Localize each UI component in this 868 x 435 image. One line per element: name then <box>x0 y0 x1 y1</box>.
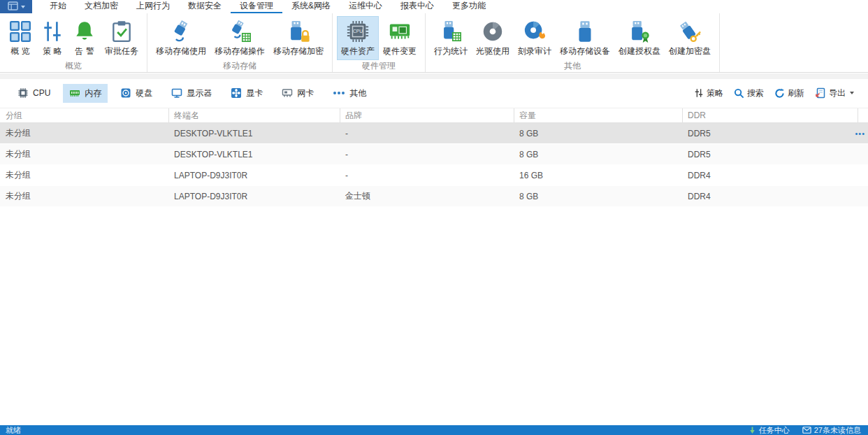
filter-other[interactable]: 其他 <box>326 84 372 103</box>
row-menu-icon[interactable]: ••• <box>855 129 865 138</box>
filter-monitor[interactable]: 显示器 <box>165 84 218 103</box>
ribbon-group-overview: 概 览 策 略 告 警 审批任务 概览 <box>0 13 147 72</box>
ribbon-item-alert[interactable]: 告 警 <box>68 16 101 60</box>
usb-stick-icon <box>573 20 597 43</box>
status-bar: 就绪 任务中心 27条未读信息 <box>0 425 868 435</box>
ellipsis-icon <box>333 91 345 95</box>
column-header-capacity[interactable]: 容量 <box>514 108 683 122</box>
ribbon-item-hardware-change[interactable]: 硬件变更 <box>379 16 421 60</box>
refresh-button[interactable]: 刷新 <box>774 87 804 99</box>
ribbon-item-storage-devices[interactable]: 移动存储设备 <box>556 16 614 60</box>
dropdown-caret-icon <box>21 6 25 8</box>
refresh-icon <box>774 88 785 99</box>
filter-nic[interactable]: 网卡 <box>275 84 320 103</box>
circuit-board-icon <box>388 20 412 43</box>
cd-flame-icon <box>523 20 547 43</box>
download-arrow-icon <box>748 427 756 434</box>
ribbon-tabs: 开始 文档加密 上网行为 数据安全 设备管理 系统&网络 运维中心 报表中心 更… <box>41 0 495 13</box>
column-header-terminal[interactable]: 终端名 <box>169 108 340 122</box>
monitor-icon <box>171 87 182 99</box>
usb-key-icon <box>678 20 702 43</box>
column-header-actions <box>858 108 868 122</box>
cpu-chip-icon: CPU <box>346 20 370 43</box>
message-icon <box>802 427 811 434</box>
usb-plug-icon <box>169 20 193 43</box>
column-header-ddr[interactable]: DDR <box>683 108 858 122</box>
memory-icon <box>69 87 80 99</box>
network-card-icon <box>282 87 293 99</box>
ribbon-group-other: 行为统计 光驱使用 刻录审计 移动存储设备 <box>426 13 720 72</box>
table-row[interactable]: 未分组 DESKTOP-VLKTLE1 - 8 GB DDR5 ••• <box>0 123 868 144</box>
app-menu-button[interactable] <box>0 0 32 13</box>
ribbon-group-hardware: CPU 硬件资产 硬件变更 硬件管理 <box>333 13 426 72</box>
usb-plug-table-icon <box>228 20 252 43</box>
ribbon-item-storage-operation[interactable]: 移动存储操作 <box>210 16 269 60</box>
tab-document-encryption[interactable]: 文档加密 <box>75 0 127 13</box>
cpu-icon <box>17 87 29 99</box>
tab-bar: 开始 文档加密 上网行为 数据安全 设备管理 系统&网络 运维中心 报表中心 更… <box>0 0 868 13</box>
ribbon: 概 览 策 略 告 警 审批任务 概览 <box>0 13 868 73</box>
ribbon-item-behavior-stats[interactable]: 行为统计 <box>430 16 472 60</box>
ribbon-item-policy[interactable]: 策 略 <box>36 16 68 60</box>
column-header-brand[interactable]: 品牌 <box>340 108 514 122</box>
tab-start[interactable]: 开始 <box>41 0 75 13</box>
usb-stats-icon <box>439 20 463 43</box>
table-header: 分组 终端名 品牌 容量 DDR <box>0 108 868 123</box>
usb-badge-icon <box>628 20 651 43</box>
ribbon-item-create-authorized-disk[interactable]: 创建授权盘 <box>614 16 665 60</box>
ribbon-item-burn-audit[interactable]: 刻录审计 <box>514 16 556 60</box>
filter-bar: CPU 内存 硬盘 显示器 显卡 网卡 其他 <box>0 79 868 107</box>
export-icon <box>815 87 826 99</box>
export-button[interactable]: 导出 <box>815 87 854 99</box>
filter-actions: 策略 搜索 刷新 导出 <box>694 87 857 99</box>
window-icon <box>8 1 18 13</box>
ribbon-item-storage-encryption[interactable]: 移动存储加密 <box>269 16 328 60</box>
svg-text:CPU: CPU <box>353 29 363 34</box>
task-center-button[interactable]: 任务中心 <box>748 425 790 435</box>
status-ready-text: 就绪 <box>6 425 21 435</box>
gpu-fan-icon <box>231 87 242 99</box>
tab-report-center[interactable]: 报表中心 <box>391 0 443 13</box>
disk-icon <box>120 87 131 99</box>
ribbon-item-hardware-assets[interactable]: CPU 硬件资产 <box>337 16 379 60</box>
ribbon-item-overview[interactable]: 概 览 <box>4 16 36 60</box>
tab-ops-center[interactable]: 运维中心 <box>340 0 391 13</box>
tab-internet-behavior[interactable]: 上网行为 <box>127 0 179 13</box>
column-header-group[interactable]: 分组 <box>0 108 169 122</box>
device-management-console: { "colors": { "accent_blue": "#1878c8", … <box>0 0 868 435</box>
overview-grid-icon <box>8 20 32 43</box>
tab-data-security[interactable]: 数据安全 <box>179 0 231 13</box>
cd-disc-icon <box>481 20 505 43</box>
sliders-icon <box>694 88 704 98</box>
ribbon-item-cd-usage[interactable]: 光驱使用 <box>472 16 514 60</box>
export-dropdown-caret-icon <box>850 92 854 94</box>
filter-gpu[interactable]: 显卡 <box>224 84 269 103</box>
alert-bell-icon <box>73 20 96 43</box>
table-row[interactable]: 未分组 LAPTOP-D9J3IT0R 金士顿 8 GB DDR4 <box>0 186 868 207</box>
search-button[interactable]: 搜索 <box>734 87 764 99</box>
table-row[interactable]: 未分组 LAPTOP-D9J3IT0R - 16 GB DDR4 <box>0 165 868 186</box>
approval-clipboard-icon <box>110 20 133 43</box>
unread-messages-button[interactable]: 27条未读信息 <box>802 425 861 435</box>
usb-lock-icon <box>287 20 310 43</box>
ribbon-group-removable-storage: 移动存储使用 移动存储操作 移动存储加密 移动存储 <box>147 13 333 72</box>
filter-memory[interactable]: 内存 <box>63 84 108 103</box>
status-right: 任务中心 27条未读信息 <box>748 425 862 435</box>
tab-device-management[interactable]: 设备管理 <box>231 0 282 13</box>
tab-more-functions[interactable]: 更多功能 <box>443 0 495 13</box>
hardware-assets-table: 分组 终端名 品牌 容量 DDR 未分组 DESKTOP-VLKTLE1 - 8… <box>0 108 868 207</box>
ribbon-item-approval-tasks[interactable]: 审批任务 <box>101 16 143 60</box>
tab-system-network[interactable]: 系统&网络 <box>282 0 340 13</box>
policy-button[interactable]: 策略 <box>694 87 723 99</box>
search-icon <box>734 88 744 99</box>
table-row[interactable]: 未分组 DESKTOP-VLKTLE1 - 8 GB DDR5 <box>0 144 868 165</box>
filter-disk[interactable]: 硬盘 <box>114 84 159 103</box>
filter-cpu[interactable]: CPU <box>11 84 57 102</box>
ribbon-bottom-strip <box>0 73 868 79</box>
ribbon-item-storage-usage[interactable]: 移动存储使用 <box>152 16 210 60</box>
ribbon-item-create-encrypted-disk[interactable]: 创建加密盘 <box>665 16 715 60</box>
policy-sliders-icon <box>41 20 64 43</box>
